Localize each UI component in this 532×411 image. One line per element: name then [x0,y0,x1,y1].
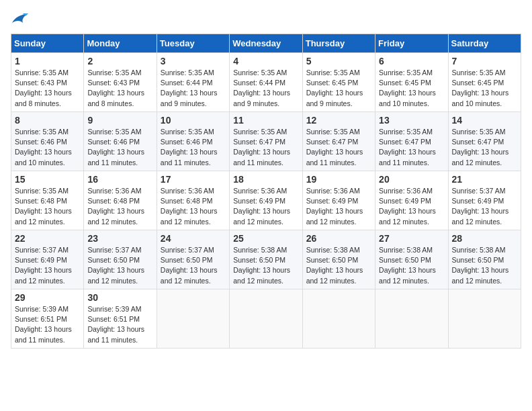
daylight-text: Daylight: 13 hours and 9 minutes. [306,89,363,107]
daylight-text: Daylight: 13 hours and 12 minutes. [379,207,436,225]
day-number: 17 [161,174,226,185]
sunrise-text: Sunrise: 5:38 AM [233,246,287,254]
cell-info: Sunrise: 5:36 AM Sunset: 6:48 PM Dayligh… [161,186,226,227]
calendar-day-cell: 8 Sunrise: 5:35 AM Sunset: 6:46 PM Dayli… [11,112,84,171]
daylight-text: Daylight: 13 hours and 10 minutes. [379,89,436,107]
cell-info: Sunrise: 5:37 AM Sunset: 6:49 PM Dayligh… [452,186,517,227]
cell-info: Sunrise: 5:35 AM Sunset: 6:47 PM Dayligh… [379,127,444,168]
sunset-text: Sunset: 6:45 PM [452,79,504,87]
sunset-text: Sunset: 6:48 PM [15,197,67,205]
daylight-text: Daylight: 13 hours and 12 minutes. [15,207,72,225]
day-number: 13 [379,115,444,126]
cell-info: Sunrise: 5:35 AM Sunset: 6:44 PM Dayligh… [233,68,298,109]
day-number: 26 [306,233,371,244]
daylight-text: Daylight: 13 hours and 12 minutes. [87,207,144,225]
cell-info: Sunrise: 5:38 AM Sunset: 6:50 PM Dayligh… [379,245,444,286]
day-number: 15 [15,174,80,185]
sunrise-text: Sunrise: 5:35 AM [87,68,141,77]
daylight-text: Daylight: 13 hours and 11 minutes. [161,148,218,166]
cell-info: Sunrise: 5:35 AM Sunset: 6:48 PM Dayligh… [15,186,80,227]
sunrise-text: Sunrise: 5:35 AM [15,68,69,77]
page-header [11,11,521,26]
daylight-text: Daylight: 13 hours and 12 minutes. [233,266,290,284]
day-number: 20 [379,174,444,185]
calendar-day-cell: 28 Sunrise: 5:38 AM Sunset: 6:50 PM Dayl… [448,230,521,289]
calendar-day-cell: 2 Sunrise: 5:35 AM Sunset: 6:43 PM Dayli… [84,53,157,112]
cell-info: Sunrise: 5:36 AM Sunset: 6:49 PM Dayligh… [306,186,371,227]
sunset-text: Sunset: 6:46 PM [161,138,213,146]
daylight-text: Daylight: 13 hours and 8 minutes. [15,89,72,107]
sunrise-text: Sunrise: 5:35 AM [452,128,506,136]
cell-info: Sunrise: 5:35 AM Sunset: 6:44 PM Dayligh… [161,68,226,109]
sunrise-text: Sunrise: 5:35 AM [161,128,214,136]
calendar-day-cell: 1 Sunrise: 5:35 AM Sunset: 6:43 PM Dayli… [11,53,84,112]
day-number: 6 [379,56,444,66]
daylight-text: Daylight: 13 hours and 12 minutes. [306,207,363,225]
calendar-day-cell: 12 Sunrise: 5:35 AM Sunset: 6:47 PM Dayl… [302,112,375,171]
sunset-text: Sunset: 6:49 PM [306,197,359,205]
calendar-table: SundayMondayTuesdayWednesdayThursdayFrid… [11,34,521,349]
sunset-text: Sunset: 6:51 PM [87,315,140,323]
sunrise-text: Sunrise: 5:38 AM [452,246,506,254]
day-of-week-header: Monday [84,34,157,53]
day-of-week-header: Saturday [448,34,521,53]
sunrise-text: Sunrise: 5:37 AM [15,246,69,254]
cell-info: Sunrise: 5:36 AM Sunset: 6:49 PM Dayligh… [233,186,298,227]
calendar-week-row: 1 Sunrise: 5:35 AM Sunset: 6:43 PM Dayli… [11,53,521,112]
calendar-week-row: 8 Sunrise: 5:35 AM Sunset: 6:46 PM Dayli… [11,112,521,171]
calendar-day-cell: 16 Sunrise: 5:36 AM Sunset: 6:48 PM Dayl… [84,171,157,230]
calendar-day-cell: 27 Sunrise: 5:38 AM Sunset: 6:50 PM Dayl… [375,230,448,289]
sunrise-text: Sunrise: 5:35 AM [306,128,360,136]
sunset-text: Sunset: 6:50 PM [379,256,431,264]
sunrise-text: Sunrise: 5:35 AM [233,128,287,136]
day-number: 1 [15,56,80,66]
calendar-day-cell: 19 Sunrise: 5:36 AM Sunset: 6:49 PM Dayl… [302,171,375,230]
sunset-text: Sunset: 6:50 PM [161,256,213,264]
sunrise-text: Sunrise: 5:36 AM [233,187,287,195]
cell-info: Sunrise: 5:39 AM Sunset: 6:51 PM Dayligh… [15,304,80,345]
daylight-text: Daylight: 13 hours and 12 minutes. [161,207,218,225]
calendar-day-cell [157,289,229,349]
sunrise-text: Sunrise: 5:35 AM [452,68,506,77]
cell-info: Sunrise: 5:36 AM Sunset: 6:49 PM Dayligh… [379,186,444,227]
day-of-week-header: Friday [375,34,448,53]
sunset-text: Sunset: 6:45 PM [379,79,431,87]
sunset-text: Sunset: 6:47 PM [306,138,359,146]
cell-info: Sunrise: 5:36 AM Sunset: 6:48 PM Dayligh… [87,186,152,227]
cell-info: Sunrise: 5:37 AM Sunset: 6:49 PM Dayligh… [15,245,80,286]
cell-info: Sunrise: 5:35 AM Sunset: 6:47 PM Dayligh… [306,127,371,168]
daylight-text: Daylight: 13 hours and 12 minutes. [233,207,290,225]
sunset-text: Sunset: 6:44 PM [233,79,285,87]
day-number: 28 [452,233,517,244]
sunrise-text: Sunrise: 5:35 AM [306,68,360,77]
daylight-text: Daylight: 13 hours and 8 minutes. [87,89,144,107]
cell-info: Sunrise: 5:37 AM Sunset: 6:50 PM Dayligh… [87,245,152,286]
cell-info: Sunrise: 5:38 AM Sunset: 6:50 PM Dayligh… [452,245,517,286]
cell-info: Sunrise: 5:35 AM Sunset: 6:46 PM Dayligh… [161,127,226,168]
sunset-text: Sunset: 6:48 PM [87,197,140,205]
sunset-text: Sunset: 6:48 PM [161,197,213,205]
daylight-text: Daylight: 13 hours and 10 minutes. [452,89,509,107]
logo [11,11,32,26]
sunset-text: Sunset: 6:50 PM [306,256,359,264]
daylight-text: Daylight: 13 hours and 12 minutes. [452,266,509,284]
day-number: 23 [87,233,152,244]
day-of-week-header: Thursday [302,34,375,53]
calendar-day-cell: 4 Sunrise: 5:35 AM Sunset: 6:44 PM Dayli… [230,53,302,112]
sunrise-text: Sunrise: 5:35 AM [379,128,433,136]
sunset-text: Sunset: 6:49 PM [452,197,504,205]
sunrise-text: Sunrise: 5:35 AM [233,68,287,77]
sunrise-text: Sunrise: 5:37 AM [452,187,506,195]
calendar-day-cell: 18 Sunrise: 5:36 AM Sunset: 6:49 PM Dayl… [230,171,302,230]
cell-info: Sunrise: 5:38 AM Sunset: 6:50 PM Dayligh… [306,245,371,286]
daylight-text: Daylight: 13 hours and 11 minutes. [379,148,436,166]
cell-info: Sunrise: 5:35 AM Sunset: 6:47 PM Dayligh… [452,127,517,168]
cell-info: Sunrise: 5:37 AM Sunset: 6:50 PM Dayligh… [161,245,226,286]
daylight-text: Daylight: 13 hours and 11 minutes. [233,148,290,166]
cell-info: Sunrise: 5:35 AM Sunset: 6:45 PM Dayligh… [379,68,444,109]
daylight-text: Daylight: 13 hours and 12 minutes. [15,266,72,284]
day-number: 2 [87,56,152,66]
calendar-day-cell: 20 Sunrise: 5:36 AM Sunset: 6:49 PM Dayl… [375,171,448,230]
daylight-text: Daylight: 13 hours and 12 minutes. [306,266,363,284]
calendar-day-cell: 11 Sunrise: 5:35 AM Sunset: 6:47 PM Dayl… [230,112,302,171]
